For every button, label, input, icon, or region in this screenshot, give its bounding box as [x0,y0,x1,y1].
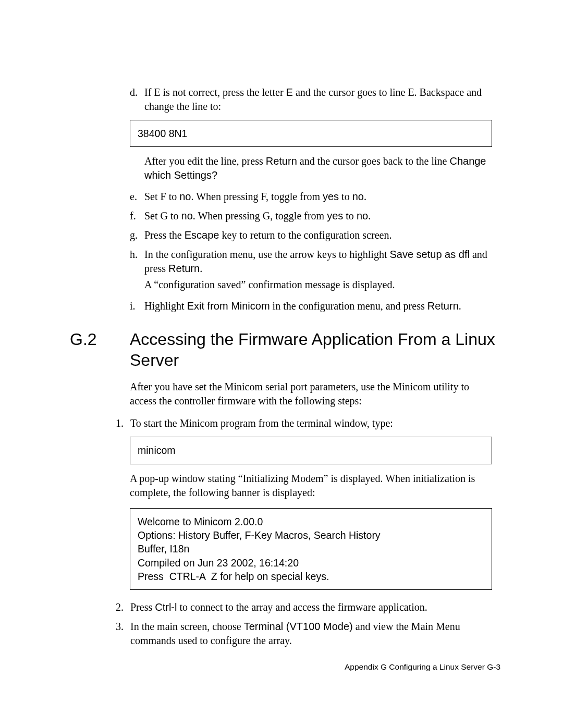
step-i-return: Return [427,300,459,312]
step-g-text: Press the Escape key to return to the co… [144,228,492,242]
step-e: e. Set F to no. When pressing F, toggle … [130,190,492,204]
step-h-pre: In the configuration menu, use the arrow… [144,249,389,260]
step-i-mid: in the configuration menu, and press [270,300,427,312]
num-2-text: Press Ctrl-l to connect to the array and… [130,600,492,614]
step-h-text: In the configuration menu, use the arrow… [144,248,492,276]
after-edit-return: Return [266,155,297,167]
step-e-to: to [339,191,352,202]
step-h-return: Return [168,263,200,274]
step-h-marker: h. [130,248,144,262]
code-banner: Welcome to Minicom 2.00.0 Options: Histo… [130,508,492,590]
section-number: G.2 [70,329,130,350]
num-2-marker: 2. [116,600,130,614]
section-heading: G.2 Accessing the Firmware Application F… [70,329,497,371]
step-f-end: . [368,210,371,221]
num-1: 1. To start the Minicom program from the… [116,416,492,430]
step-h-save: Save setup as dfl [389,249,469,260]
num-2-ctrl: Ctrl-l [155,601,177,613]
num-2-post: to connect to the array and access the f… [177,601,427,613]
after-edit-pre: After you edit the line, press [144,155,266,167]
step-e-no1: no [179,191,191,202]
step-g-pre: Press the [144,229,185,241]
step-f-text: Set G to no. When pressing G, toggle fro… [144,209,492,223]
step-f-pre: Set G to [144,210,181,221]
step-f-to: to [343,210,357,221]
step-d-pre: If E is not correct, press the letter [144,87,286,98]
step-e-yes: yes [323,191,339,202]
step-g-post: key to return to the configuration scree… [219,229,391,241]
step-e-end: . [364,191,366,202]
step-e-marker: e. [130,190,144,204]
num-3-text: In the main screen, choose Terminal (VT1… [130,620,492,648]
num-3-term: Terminal (VT100 Mode) [244,621,353,632]
num-1-body: minicom A pop-up window stating “Initial… [130,437,492,590]
step-i: i. Highlight Exit from Minicom in the co… [130,299,492,313]
step-h-end: . [200,263,202,274]
step-f: f. Set G to no. When pressing G, toggle … [130,209,492,223]
code-38400: 38400 8N1 [130,120,492,147]
step-i-exit: Exit from Minicom [187,300,270,312]
step-i-marker: i. [130,299,144,313]
step-i-text: Highlight Exit from Minicom in the confi… [144,299,492,313]
step-e-text: Set F to no. When pressing F, toggle fro… [144,190,492,204]
step-g-escape: Escape [185,229,219,241]
step-e-pre: Set F to [144,191,179,202]
section-title: Accessing the Firmware Application From … [130,329,497,371]
num-3-pre: In the main screen, choose [130,621,244,632]
step-g: g. Press the Escape key to return to the… [130,228,492,242]
step-g-marker: g. [130,228,144,242]
step-h-confirm: A “configuration saved” confirmation mes… [144,278,492,292]
step-f-no1: no [181,210,193,221]
popup-para: A pop-up window stating “Initializing Mo… [130,472,492,500]
step-f-no2: no [357,210,368,221]
step-e-mid: . When pressing F, toggle from [191,191,323,202]
step-e-no2: no [352,191,364,202]
after-edit-mid: and the cursor goes back to the line [297,155,450,167]
num-3: 3. In the main screen, choose Terminal (… [116,620,492,648]
num-1-marker: 1. [116,416,130,430]
code-minicom: minicom [130,437,492,464]
step-d-marker: d. [130,85,144,100]
step-i-pre: Highlight [144,300,187,312]
numbered-list: 1. To start the Minicom program from the… [116,416,492,648]
step-f-marker: f. [130,209,144,223]
step-d-text: If E is not correct, press the letter E … [144,85,492,114]
step-h: h. In the configuration menu, use the ar… [130,248,492,276]
page-footer: Appendix G Configuring a Linux Server G-… [0,662,500,672]
after-edit-line: After you edit the line, press Return an… [144,154,492,182]
step-d-block: d. If E is not correct, press the letter… [130,85,492,313]
num-3-marker: 3. [116,620,130,634]
letter-E: E [286,87,293,98]
section-body: After you have set the Minicom serial po… [130,380,492,408]
page: d. If E is not correct, press the letter… [0,0,563,728]
step-f-yes: yes [327,210,343,221]
section-intro: After you have set the Minicom serial po… [130,380,492,408]
step-i-end: . [459,300,461,312]
num-1-text: To start the Minicom program from the te… [130,416,492,430]
step-f-mid: . When pressing G, toggle from [193,210,327,221]
num-2: 2. Press Ctrl-l to connect to the array … [116,600,492,614]
num-2-pre: Press [130,601,155,613]
step-d: d. If E is not correct, press the letter… [130,85,492,114]
page-content: d. If E is not correct, press the letter… [70,85,497,653]
